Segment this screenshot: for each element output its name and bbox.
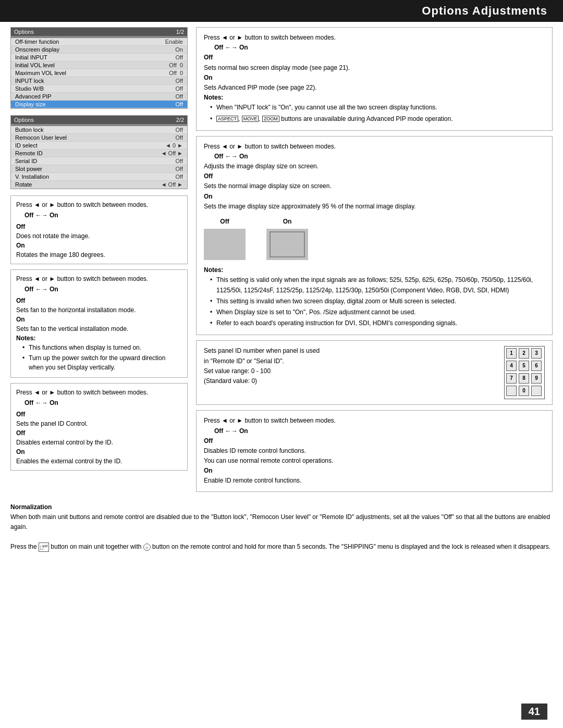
menu1-row-5[interactable]: INPUT lock Off: [11, 77, 187, 85]
main-unit-button-icon: ⎕vol: [39, 542, 49, 552]
dispsize-off-text: Sets the normal image display size on sc…: [204, 181, 545, 191]
remoteid-intro: Press ◄ or ► button to switch between mo…: [204, 416, 545, 426]
menu2-row-7[interactable]: Rotate ◄ Off ►: [11, 181, 187, 189]
menu2-row-1[interactable]: Remocon User level Off: [11, 134, 187, 142]
panel-id-section: Sets panel ID number when panel is used …: [196, 340, 553, 405]
panel-id-grid: 1 2 3 4 5 6 7 8 9 0: [504, 346, 545, 399]
panelid-off-text2: Disables external control by the ID.: [16, 438, 182, 447]
installation-off-text: Sets fan to the horizontal installation …: [16, 305, 182, 315]
panelid-off-text1: Sets the panel ID Control.: [16, 419, 182, 428]
panelid-off-label: Off: [16, 411, 25, 418]
diagram-on-label: On: [283, 217, 292, 227]
panel-id-text-1: Sets panel ID number when panel is used: [204, 346, 504, 356]
pip-notes-label: Notes:: [204, 94, 223, 101]
dispsize-notes-list: This setting is valid only when the inpu…: [210, 275, 545, 328]
right-remote-id: Press ◄ or ► button to switch between mo…: [196, 410, 553, 491]
dispsize-on-label: On: [204, 193, 213, 200]
normalization-text: When both main unit buttons and remote c…: [10, 512, 553, 532]
menu2-row-2[interactable]: ID select ◄ 0 ►: [11, 142, 187, 150]
options-menu-2: Options 2/2 Button lock Off Remocon User…: [10, 115, 188, 189]
right-column: Press ◄ or ► button to switch between mo…: [196, 27, 553, 497]
dispsize-off-on: Off ←→ On: [214, 152, 545, 162]
panel-id-3: 3: [531, 348, 542, 359]
menu2-row-0[interactable]: Button lock Off: [11, 126, 187, 134]
rotate-intro: Press ◄ or ► button to switch between mo…: [16, 200, 182, 209]
dispsize-note-0: This setting is valid only when the inpu…: [210, 275, 545, 295]
remoteid-off-text2: You can use normal remote control operat…: [204, 456, 545, 466]
page-header: Options Adjustments: [0, 0, 563, 22]
pip-note-1: ASPECT, MOVE, ZOOM buttons are unavailab…: [210, 114, 545, 124]
menu1-row-6[interactable]: Studio W/B Off: [11, 85, 187, 93]
display-size-diagrams: Off On: [204, 217, 545, 260]
panel-id-2: 2: [519, 348, 529, 359]
panel-id-0: 0: [519, 386, 529, 396]
remoteid-on-text: Enable ID remote control functions.: [204, 476, 545, 486]
remoteid-on-label: On: [204, 467, 213, 474]
remoteid-off-text1: Disables ID remote control functions.: [204, 446, 545, 456]
menu2-row-6[interactable]: V. Installation Off: [11, 173, 187, 181]
installation-note-0: This functions when display is turned on…: [22, 343, 182, 352]
panel-id-7: 7: [506, 373, 517, 384]
dispsize-on-text: Sets the image display size approximatel…: [204, 202, 545, 212]
options-menu-1-header: Options 1/2: [11, 28, 187, 36]
dispsize-note-3: Refer to each board's operating instruct…: [210, 318, 545, 328]
diagram-off: Off: [204, 217, 246, 260]
panel-id-text-4: (Standard value: 0): [204, 376, 504, 386]
menu2-row-5[interactable]: Slot power Off: [11, 165, 187, 173]
normalization-label: Normalization: [10, 503, 52, 511]
installation-notes-label: Notes:: [16, 335, 35, 342]
panel-id-5: 5: [519, 361, 529, 371]
left-rotate-desc: Press ◄ or ► button to switch between mo…: [10, 195, 188, 264]
menu1-row-8-highlighted[interactable]: Display size Off: [11, 101, 187, 108]
options-menu-2-header: Options 2/2: [11, 116, 187, 124]
installation-on-label: On: [16, 316, 25, 323]
menu2-row-4[interactable]: Serial ID Off: [11, 157, 187, 165]
dispsize-description: Adjusts the image display size on screen…: [204, 162, 545, 171]
rotate-on-label: On: [16, 242, 25, 249]
menu1-row-1[interactable]: Onscreen display On: [11, 46, 187, 54]
right-advanced-pip: Press ◄ or ► button to switch between mo…: [196, 27, 553, 131]
diagram-off-label: Off: [220, 217, 229, 227]
diagram-off-box: [204, 229, 246, 260]
rotate-off-text: Does not rotate the image.: [16, 231, 182, 241]
menu1-row-4[interactable]: Maximum VOL level Off 0: [11, 69, 187, 77]
panelid-intro: Press ◄ or ► button to switch between mo…: [16, 388, 182, 397]
panel-id-8: 8: [519, 373, 529, 384]
installation-intro: Press ◄ or ► button to switch between mo…: [16, 274, 182, 283]
panel-id-1: 1: [506, 348, 517, 359]
panelid-off-on: Off ←→ On: [25, 398, 182, 408]
options-menu-1: Options 1/2 Off-timer function Enable On…: [10, 27, 188, 109]
menu1-row-7[interactable]: Advanced PIP Off: [11, 93, 187, 101]
pip-off-on: Off ←→ On: [214, 43, 545, 53]
normalization-section: Normalization When both main unit button…: [0, 497, 563, 558]
normalization-press-line: Press the ⎕vol button on main unit toget…: [10, 542, 553, 552]
pip-off-label: Off: [204, 54, 213, 61]
diagram-on-inner: [270, 231, 305, 257]
installation-off-label: Off: [16, 297, 25, 304]
remote-button-icon: ○: [143, 544, 151, 551]
page-number: 41: [521, 704, 547, 720]
diagram-on-box: [266, 229, 308, 260]
diagram-on: On: [266, 217, 308, 260]
pip-on-label: On: [204, 74, 213, 81]
menu2-row-3[interactable]: Remote ID ◄ Off ►: [11, 150, 187, 157]
panel-id-text-2: in "Remote ID" or "Serial ID".: [204, 356, 504, 366]
installation-on-text: Sets fan to the vertical installation mo…: [16, 324, 182, 334]
pip-intro: Press ◄ or ► button to switch between mo…: [204, 33, 545, 43]
panel-id-empty2: [531, 386, 542, 396]
dispsize-note-1: This setting is invalid when two screen …: [210, 297, 545, 306]
installation-off-on: Off ←→ On: [25, 285, 182, 294]
panel-id-9: 9: [531, 373, 542, 384]
dispsize-intro: Press ◄ or ► button to switch between mo…: [204, 142, 545, 152]
installation-notes-list: This functions when display is turned on…: [22, 343, 182, 372]
right-display-size: Press ◄ or ► button to switch between mo…: [196, 136, 553, 336]
menu1-row-2[interactable]: Initial INPUT Off: [11, 54, 187, 61]
dispsize-off-label: Off: [204, 172, 213, 180]
left-panelid-desc: Press ◄ or ► button to switch between mo…: [10, 383, 188, 471]
menu1-row-0[interactable]: Off-timer function Enable: [11, 38, 187, 46]
panelid-on-label: On: [16, 448, 25, 455]
dispsize-notes-label: Notes:: [204, 266, 223, 274]
remoteid-off-label: Off: [204, 437, 213, 445]
panel-id-empty: [506, 386, 517, 396]
menu1-row-3[interactable]: Initial VOL level Off 0: [11, 61, 187, 69]
